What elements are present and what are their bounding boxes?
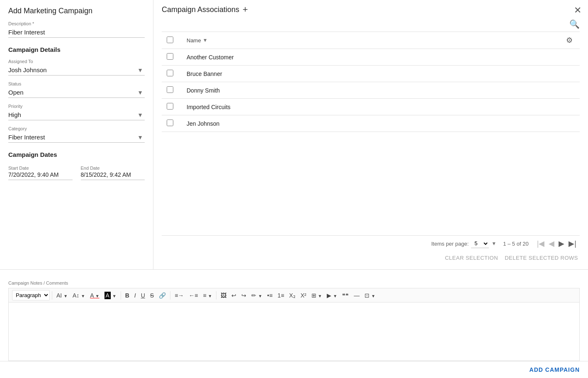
table-body: Another Customer Bruce Banner Donny Smit…	[162, 49, 580, 132]
table-button[interactable]: ⊞ ▼	[309, 291, 324, 300]
search-button[interactable]: 🔍	[569, 19, 580, 29]
dates-row: Start Date 7/20/2022, 9:40 AM End Date 8…	[8, 160, 145, 180]
row-name-cell: Bruce Banner	[182, 66, 559, 82]
outdent-button[interactable]: ←≡	[187, 291, 200, 300]
notes-editor[interactable]	[9, 302, 579, 361]
status-label: Status	[8, 81, 145, 86]
status-select[interactable]: Open Closed Pending	[8, 87, 145, 98]
prev-page-button[interactable]: ◀	[547, 239, 556, 248]
font-size-up-button[interactable]: A↕ ▼	[70, 291, 87, 300]
page-title: Add Marketing Campaign	[8, 7, 145, 15]
paragraph-select[interactable]: Paragraph	[12, 290, 50, 300]
table-row: Jen Johnson	[162, 115, 580, 132]
assigned-to-wrapper: Josh Johnson Jane Doe Bob Smith ▼	[8, 65, 145, 76]
association-table: Name ▼ ⚙	[162, 32, 580, 132]
editor-toolbar: Paragraph AI ▼ A↕ ▼ A ▼ A ▼ B I U S 🔗 ≡→…	[9, 288, 579, 302]
sort-icon: ▼	[203, 37, 208, 43]
pagination-nav: |◀ ◀ ▶ ▶|	[535, 239, 578, 248]
ordered-list-button[interactable]: 1≡	[275, 291, 286, 300]
blockquote-button[interactable]: ❝❝	[340, 291, 351, 300]
table-settings-button[interactable]: ⚙	[564, 35, 575, 45]
add-association-button[interactable]: +	[243, 5, 248, 14]
row-checkbox[interactable]	[167, 70, 173, 76]
category-label: Category	[8, 126, 145, 131]
per-page-select[interactable]: 5 10 25 50	[471, 239, 489, 248]
campaign-details-title: Campaign Details	[8, 46, 145, 53]
next-page-button[interactable]: ▶	[557, 239, 566, 248]
campaign-dates-title: Campaign Dates	[8, 151, 145, 158]
italic-button[interactable]: I	[132, 291, 138, 300]
header-name-col[interactable]: Name ▼	[182, 32, 559, 49]
right-panel: Campaign Associations + 🔍	[153, 0, 588, 269]
description-label: Description *	[8, 21, 145, 26]
assigned-to-select[interactable]: Josh Johnson Jane Doe Bob Smith	[8, 65, 145, 76]
page-info: 1 – 5 of 20	[503, 241, 528, 247]
table-row: Imported Circuits	[162, 99, 580, 115]
align-button[interactable]: ≡ ▼	[201, 291, 214, 300]
special-button[interactable]: ⊡ ▼	[362, 291, 377, 300]
table-row: Another Customer	[162, 49, 580, 66]
redo-button[interactable]: ↪	[239, 291, 248, 300]
table-actions: CLEAR SELECTION DELETE SELECTED ROWS	[162, 251, 580, 264]
header-gear-col: ⚙	[559, 32, 580, 49]
status-wrapper: Open Closed Pending ▼	[8, 87, 145, 98]
bg-color-button[interactable]: A ▼	[102, 291, 119, 300]
strikethrough-button[interactable]: S	[148, 291, 156, 300]
delete-selected-button[interactable]: DELETE SELECTED ROWS	[505, 255, 578, 261]
add-campaign-button[interactable]: ADD CAMPAIGN	[530, 366, 580, 373]
bottom-area: Campaign Notes / Comments Paragraph AI ▼…	[0, 269, 588, 378]
priority-wrapper: High Medium Low ▼	[8, 110, 145, 120]
assoc-header: Campaign Associations +	[162, 5, 580, 14]
image-button[interactable]: 🖼	[219, 291, 228, 300]
assigned-to-label: Assigned To	[8, 59, 145, 64]
undo-button[interactable]: ↩	[229, 291, 238, 300]
toolbar-sep-3	[170, 291, 170, 300]
row-action-cell	[559, 49, 580, 66]
editor-container: Paragraph AI ▼ A↕ ▼ A ▼ A ▼ B I U S 🔗 ≡→…	[8, 288, 580, 361]
last-page-button[interactable]: ▶|	[567, 239, 578, 248]
subscript-button[interactable]: X₂	[287, 291, 297, 300]
underline-button[interactable]: U	[139, 291, 147, 300]
toolbar-sep-2	[121, 291, 121, 300]
description-input[interactable]	[8, 27, 145, 38]
link-button[interactable]: 🔗	[157, 291, 168, 300]
table-row: Donny Smith	[162, 82, 580, 99]
notes-label: Campaign Notes / Comments	[8, 280, 580, 285]
start-date-label: Start Date	[8, 166, 73, 171]
row-checkbox-cell	[162, 82, 182, 99]
name-col-label: Name	[187, 37, 201, 44]
bold-button[interactable]: B	[123, 291, 131, 300]
row-action-cell	[559, 99, 580, 115]
header-checkbox-col	[162, 32, 182, 49]
superscript-button[interactable]: X²	[299, 291, 309, 300]
row-checkbox[interactable]	[167, 86, 173, 93]
toolbar-sep-4	[216, 291, 216, 300]
end-date-value: 8/15/2022, 9:42 AM	[81, 171, 145, 180]
row-action-cell	[559, 115, 580, 132]
add-campaign-row: ADD CAMPAIGN	[0, 361, 588, 378]
row-checkbox[interactable]	[167, 103, 173, 110]
first-page-button[interactable]: |◀	[535, 239, 547, 248]
toolbar-sep-1	[52, 291, 52, 300]
highlight-button[interactable]: ✏ ▼	[249, 291, 264, 300]
row-name-cell: Another Customer	[182, 49, 559, 66]
search-row: 🔍	[162, 19, 580, 29]
assoc-title: Campaign Associations	[162, 5, 239, 14]
font-color-button[interactable]: A ▼	[88, 291, 101, 300]
row-checkbox[interactable]	[167, 53, 173, 60]
header-checkbox[interactable]	[167, 37, 173, 43]
priority-select[interactable]: High Medium Low	[8, 110, 145, 120]
row-checkbox-cell	[162, 49, 182, 66]
row-checkbox[interactable]	[167, 119, 173, 126]
indent-button[interactable]: ≡→	[173, 291, 186, 300]
hr-button[interactable]: —	[352, 291, 362, 300]
ai-button[interactable]: AI ▼	[54, 291, 70, 300]
row-name-cell: Jen Johnson	[182, 115, 559, 132]
table-footer: Items per page: 5 10 25 50 ▼ 1 – 5 of 20…	[162, 235, 580, 251]
row-checkbox-cell	[162, 66, 182, 82]
gear-icon: ⚙	[566, 36, 573, 44]
clear-selection-button[interactable]: CLEAR SELECTION	[445, 255, 498, 261]
category-select[interactable]: Fiber Interest General Promo	[8, 132, 145, 143]
bullet-list-button[interactable]: •≡	[265, 291, 275, 300]
media-button[interactable]: ▶ ▼	[325, 291, 339, 300]
